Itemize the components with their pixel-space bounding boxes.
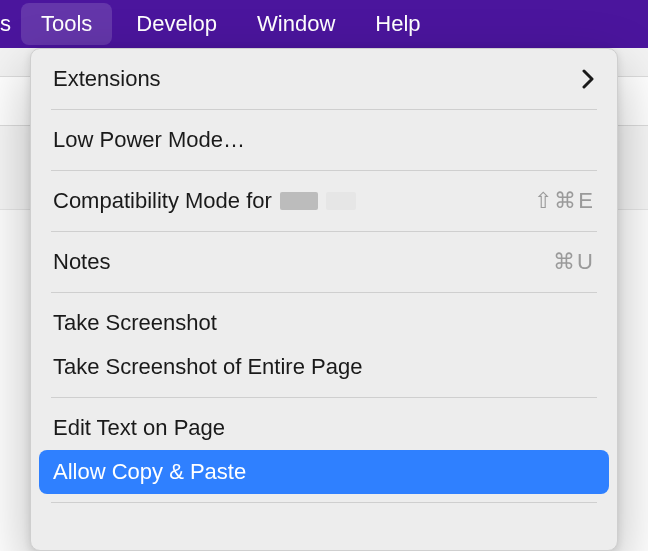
menu-item-take-screenshot[interactable]: Take Screenshot xyxy=(39,301,609,345)
viewport: s Tools Develop Window Help Extensions L… xyxy=(0,0,648,551)
menu-item-label: Extensions xyxy=(53,66,161,92)
menu-item-notes[interactable]: Notes ⌘U xyxy=(39,240,609,284)
chevron-right-icon xyxy=(581,69,595,89)
menubar: s Tools Develop Window Help xyxy=(0,0,648,48)
menu-item-compatibility-mode[interactable]: Compatibility Mode for ⇧⌘E xyxy=(39,179,609,223)
menu-item-label: Edit Text on Page xyxy=(53,415,225,441)
menu-item-label: Allow Copy & Paste xyxy=(53,459,246,485)
menu-separator xyxy=(51,397,597,398)
menu-item-low-power-mode[interactable]: Low Power Mode… xyxy=(39,118,609,162)
menu-separator xyxy=(51,231,597,232)
menu-item-take-screenshot-entire-page[interactable]: Take Screenshot of Entire Page xyxy=(39,345,609,389)
menubar-item-label: Tools xyxy=(41,11,92,37)
menubar-item-label: Develop xyxy=(136,11,217,37)
menu-item-allow-copy-paste[interactable]: Allow Copy & Paste xyxy=(39,450,609,494)
menu-item-label: Low Power Mode… xyxy=(53,127,245,153)
menu-item-label: Take Screenshot xyxy=(53,310,217,336)
menu-item-extensions[interactable]: Extensions xyxy=(39,57,609,101)
redacted-text xyxy=(326,192,356,210)
menu-separator xyxy=(51,170,597,171)
menubar-item-help[interactable]: Help xyxy=(355,0,440,48)
menu-separator xyxy=(51,109,597,110)
menubar-item-develop[interactable]: Develop xyxy=(116,0,237,48)
menubar-item-label: Window xyxy=(257,11,335,37)
menu-shortcut: ⌘U xyxy=(553,249,595,275)
menubar-item-label: Help xyxy=(375,11,420,37)
menubar-item-label-partial: s xyxy=(0,11,11,37)
menubar-item-tools[interactable]: Tools xyxy=(21,3,112,45)
menu-item-label: Take Screenshot of Entire Page xyxy=(53,354,362,380)
menu-separator xyxy=(51,292,597,293)
menu-item-edit-text-on-page[interactable]: Edit Text on Page xyxy=(39,406,609,450)
tools-dropdown: Extensions Low Power Mode… Compatibility… xyxy=(30,48,618,551)
menu-separator xyxy=(51,502,597,503)
redacted-text xyxy=(280,192,318,210)
menu-shortcut: ⇧⌘E xyxy=(534,188,595,214)
menu-item-label: Notes xyxy=(53,249,553,275)
menubar-item-window[interactable]: Window xyxy=(237,0,355,48)
menubar-item-partial[interactable]: s xyxy=(0,0,17,48)
menu-item-label: Compatibility Mode for xyxy=(53,188,534,214)
